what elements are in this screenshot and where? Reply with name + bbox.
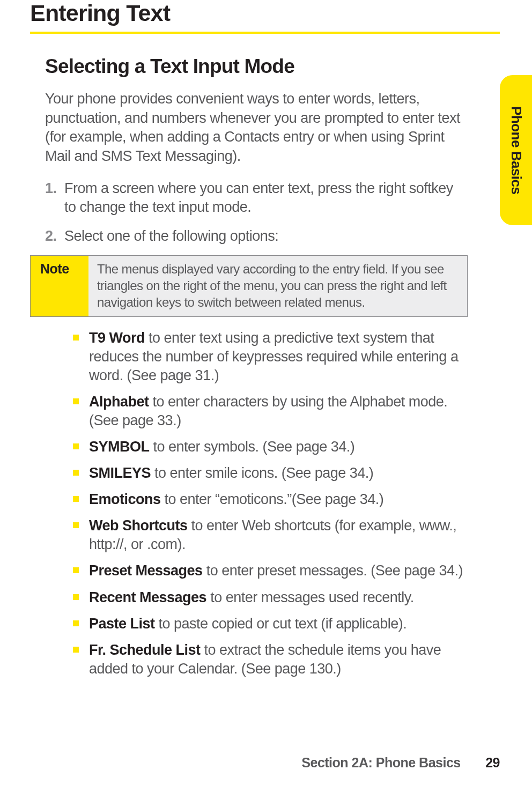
side-tab-label: Phone Basics (508, 106, 524, 195)
option-bold: Emoticons (89, 491, 161, 507)
bullet-icon (73, 522, 79, 528)
option-recent-messages: Recent Messages to enter messages used r… (89, 588, 468, 607)
option-symbol: SYMBOL to enter symbols. (See page 34.) (89, 438, 468, 456)
option-rest: to enter smile icons. (See page 34.) (151, 465, 373, 481)
bullet-icon (73, 594, 79, 600)
bullet-icon (73, 398, 79, 404)
step-2-number: 2. (45, 227, 57, 246)
option-bold: T9 Word (89, 330, 145, 346)
step-1: 1. From a screen where you can enter tex… (64, 179, 468, 217)
bullet-icon (73, 620, 79, 626)
bullet-icon (73, 647, 79, 653)
option-rest: to enter text using a predictive text sy… (89, 330, 458, 383)
option-bold: Alphabet (89, 394, 149, 410)
option-bold: SYMBOL (89, 439, 150, 455)
heading-entering-text: Entering Text (30, 0, 500, 26)
heading-underline (30, 32, 500, 34)
footer-page-number: 29 (485, 755, 500, 771)
footer-section-label: Section 2A: Phone Basics (301, 755, 460, 770)
option-rest: to enter “emoticons.”(See page 34.) (161, 491, 384, 507)
step-1-text: From a screen where you can enter text, … (64, 180, 453, 216)
option-paste-list: Paste List to paste copied or cut text (… (89, 615, 468, 633)
option-preset-messages: Preset Messages to enter preset messages… (89, 561, 468, 580)
option-bold: SMILEYS (89, 465, 151, 481)
option-rest: to enter preset messages. (See page 34.) (203, 562, 463, 579)
options-list: T9 Word to enter text using a predictive… (45, 329, 468, 678)
note-body: The menus displayed vary according to th… (88, 256, 467, 316)
option-rest: to enter symbols. (See page 34.) (150, 439, 355, 455)
content-inner: Selecting a Text Input Mode Your phone p… (30, 55, 500, 678)
option-rest: to enter messages used recently. (206, 589, 414, 605)
step-1-number: 1. (45, 179, 57, 198)
bullet-icon (73, 335, 79, 341)
step-2: 2. Select one of the following options: (64, 227, 468, 246)
bullet-icon (73, 496, 79, 502)
step-2-text: Select one of the following options: (64, 228, 278, 244)
option-fr-schedule-list: Fr. Schedule List to extract the schedul… (89, 641, 468, 678)
option-smileys: SMILEYS to enter smile icons. (See page … (89, 464, 468, 483)
option-bold: Paste List (89, 616, 155, 632)
bullet-icon (73, 470, 79, 476)
note-box: Note The menus displayed vary according … (30, 255, 468, 316)
option-web-shortcuts: Web Shortcuts to enter Web shortcuts (fo… (89, 516, 468, 554)
steps-list: 1. From a screen where you can enter tex… (45, 179, 468, 246)
option-bold: Preset Messages (89, 562, 203, 579)
intro-paragraph: Your phone provides convenient ways to e… (45, 90, 468, 166)
option-alphabet: Alphabet to enter characters by using th… (89, 393, 468, 430)
bullet-icon (73, 567, 79, 573)
option-bold: Fr. Schedule List (89, 642, 201, 658)
page-footer: Section 2A: Phone Basics 29 (301, 755, 500, 771)
option-t9-word: T9 Word to enter text using a predictive… (89, 329, 468, 385)
page-container: Entering Text Phone Basics Selecting a T… (0, 0, 532, 792)
bullet-icon (73, 443, 79, 449)
option-emoticons: Emoticons to enter “emoticons.”(See page… (89, 490, 468, 509)
option-bold: Web Shortcuts (89, 517, 188, 534)
side-tab: Phone Basics (500, 75, 532, 225)
note-label: Note (31, 256, 88, 316)
heading-selecting-mode: Selecting a Text Input Mode (45, 55, 468, 78)
option-bold: Recent Messages (89, 589, 206, 605)
option-rest: to paste copied or cut text (if applicab… (155, 616, 407, 632)
